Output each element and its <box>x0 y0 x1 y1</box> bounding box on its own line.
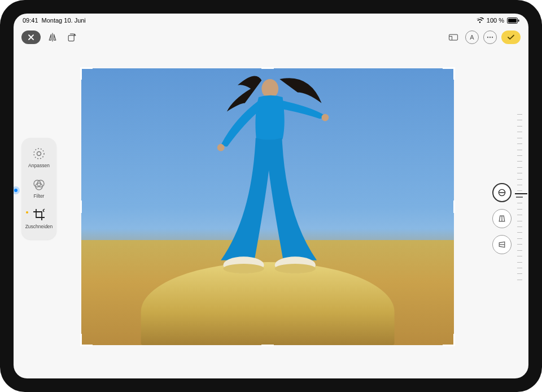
svg-point-13 <box>223 264 264 273</box>
mode-crop-label: Zuschneiden <box>25 224 53 229</box>
horizontal-perspective-button[interactable] <box>492 235 512 254</box>
done-button[interactable] <box>501 31 521 44</box>
mode-filter-label: Filter <box>34 193 45 199</box>
flip-horizontal-button[interactable] <box>45 30 60 45</box>
markup-button[interactable]: A <box>465 31 479 44</box>
svg-point-7 <box>492 37 493 38</box>
screen: 09:41 Montag 10. Juni 100 % <box>14 14 528 378</box>
svg-point-14 <box>275 264 316 273</box>
svg-point-9 <box>217 144 225 151</box>
status-date: Montag 10. Juni <box>42 17 86 24</box>
mode-adjust[interactable]: Anpassen <box>21 142 56 173</box>
aspect-ratio-button[interactable] <box>446 30 461 45</box>
rotation-center-tick <box>516 197 523 198</box>
adjust-icon <box>31 146 47 162</box>
photo-subject <box>178 68 357 284</box>
svg-rect-1 <box>508 19 517 23</box>
photo-preview <box>81 68 454 345</box>
privacy-indicator-dot <box>14 189 18 192</box>
crop-icon <box>31 207 47 223</box>
status-battery-text: 100 % <box>487 17 504 24</box>
svg-point-6 <box>489 37 491 38</box>
edit-mode-sidebar: Anpassen Filter Zuschneiden <box>21 138 56 239</box>
filter-icon <box>31 176 47 192</box>
straighten-button[interactable] <box>492 183 512 202</box>
crop-frame[interactable] <box>81 68 454 345</box>
mode-adjust-label: Anpassen <box>28 163 50 168</box>
active-mode-indicator <box>26 211 28 214</box>
svg-rect-3 <box>68 36 74 41</box>
editor-toolbar: A <box>14 27 528 47</box>
markup-letter: A <box>470 34 474 41</box>
rotate-button[interactable] <box>64 30 79 45</box>
photo-canvas[interactable] <box>75 49 461 365</box>
status-time: 09:41 <box>23 17 38 24</box>
rotation-slider-handle[interactable] <box>515 193 527 194</box>
battery-icon <box>507 18 519 24</box>
svg-rect-4 <box>449 34 458 40</box>
cancel-button[interactable] <box>21 31 41 44</box>
svg-point-10 <box>322 114 329 121</box>
svg-point-15 <box>34 149 44 159</box>
ipad-frame: 09:41 Montag 10. Juni 100 % <box>0 0 542 392</box>
svg-rect-2 <box>518 19 519 21</box>
more-options-button[interactable] <box>483 31 497 44</box>
svg-point-5 <box>487 37 488 38</box>
vertical-perspective-button[interactable] <box>492 209 512 228</box>
mode-filter[interactable]: Filter <box>21 173 56 203</box>
svg-point-16 <box>37 152 41 156</box>
wifi-icon <box>476 18 484 23</box>
rotation-slider[interactable] <box>515 110 524 285</box>
status-bar: 09:41 Montag 10. Juni 100 % <box>14 14 528 26</box>
crop-tool-controls <box>492 183 512 254</box>
mode-crop[interactable]: Zuschneiden <box>21 203 56 234</box>
